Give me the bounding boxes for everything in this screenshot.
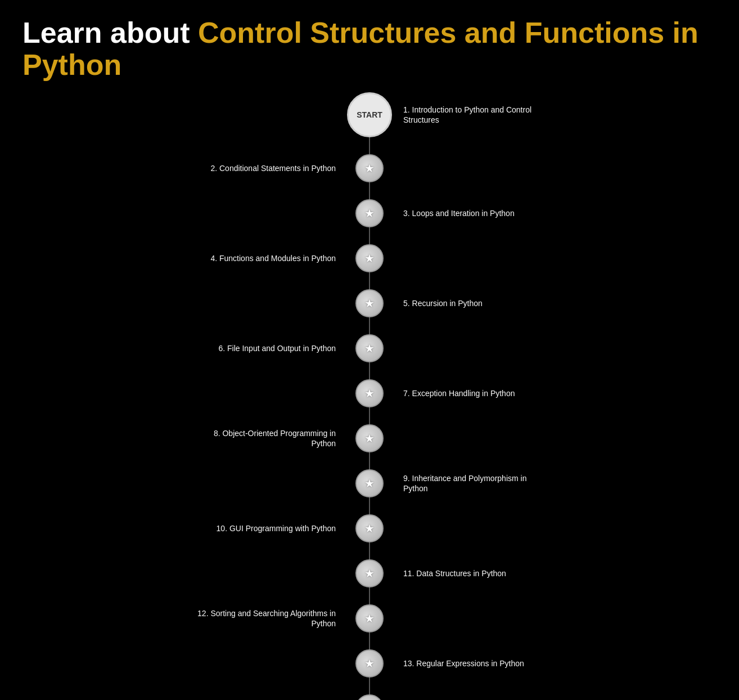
star-icon-5: ★ [364,297,375,310]
step-node-7[interactable]: ★ [355,379,384,407]
step-row-9: ★ 9. Inheritance and Polymorphism in Pyt… [0,469,739,497]
step-row-5: ★ 5. Recursion in Python [0,289,739,317]
star-icon-10: ★ [364,522,375,535]
connector-line-9 [369,452,370,469]
step-node-3[interactable]: ★ [355,199,384,227]
connector-9 [0,452,739,469]
connector-line-14 [369,677,370,694]
label-right-9: 9. Inheritance and Polymorphism in Pytho… [392,473,549,493]
label-right-7: 7. Exception Handling in Python [392,388,549,398]
connector-line-3 [369,182,370,199]
label-right-5: 5. Recursion in Python [392,298,549,308]
step-node-6[interactable]: ★ [355,334,384,362]
connector-14 [0,677,739,694]
step-node-9[interactable]: ★ [355,469,384,497]
star-icon-7: ★ [364,387,375,400]
connector-11 [0,542,739,559]
connector-line-2 [369,137,370,154]
label-left-4: 4. Functions and Modules in Python [190,253,347,263]
step-row-14: 14. Networking and Web Programming with … [0,694,739,700]
step-node-4[interactable]: ★ [355,244,384,272]
roadmap-container: START 1. Introduction to Python and Cont… [0,92,739,700]
connector-5 [0,272,739,289]
connector-8 [0,407,739,424]
connector-6 [0,317,739,334]
label-left-12: 12. Sorting and Searching Algorithms in … [190,608,347,629]
connector-4 [0,227,739,244]
star-icon-13: ★ [364,657,375,670]
step-node-13[interactable]: ★ [355,649,384,677]
header-prefix: Learn about [22,16,198,49]
step-node-10[interactable]: ★ [355,514,384,542]
step-node-14[interactable]: ★ [355,694,384,700]
label-left-10: 10. GUI Programming with Python [190,523,347,533]
label-left-8: 8. Object-Oriented Programming in Python [190,428,347,448]
step-row-2: 2. Conditional Statements in Python ★ [0,154,739,182]
step-row-11: ★ 11. Data Structures in Python [0,559,739,587]
connector-line-10 [369,497,370,514]
connector-line-6 [369,317,370,334]
connector-line-4 [369,227,370,244]
header: Learn about Control Structures and Funct… [0,0,739,92]
step-row-12: 12. Sorting and Searching Algorithms in … [0,604,739,632]
start-node[interactable]: START [347,92,392,137]
connector-10 [0,497,739,514]
connector-line-13 [369,632,370,649]
label-left-2: 2. Conditional Statements in Python [190,163,347,173]
star-icon-12: ★ [364,612,375,625]
connector-line-5 [369,272,370,289]
connector-line-11 [369,542,370,559]
step-node-5[interactable]: ★ [355,289,384,317]
step-row-13: ★ 13. Regular Expressions in Python [0,649,739,677]
label-right-3: 3. Loops and Iteration in Python [392,208,549,218]
connector-13 [0,632,739,649]
connector-line-12 [369,587,370,604]
step-node-2[interactable]: ★ [355,154,384,182]
start-row: START 1. Introduction to Python and Cont… [0,92,739,137]
star-icon-6: ★ [364,342,375,355]
step-row-10: 10. GUI Programming with Python ★ [0,514,739,542]
label-left-6: 6. File Input and Output in Python [190,343,347,353]
connector-line-8 [369,407,370,424]
label-right-11: 11. Data Structures in Python [392,568,549,578]
start-description: 1. Introduction to Python and Control St… [392,105,549,125]
star-icon-2: ★ [364,161,375,175]
step-node-12[interactable]: ★ [355,604,384,632]
step-row-8: 8. Object-Oriented Programming in Python… [0,424,739,452]
connector-2 [0,137,739,154]
connector-7 [0,362,739,379]
step-row-3: ★ 3. Loops and Iteration in Python [0,199,739,227]
star-icon-4: ★ [364,252,375,265]
connector-line-7 [369,362,370,379]
step-row-7: ★ 7. Exception Handling in Python [0,379,739,407]
star-icon-8: ★ [364,432,375,445]
connector-12 [0,587,739,604]
label-right-13: 13. Regular Expressions in Python [392,658,549,668]
star-icon-3: ★ [364,207,375,220]
step-row-6: 6. File Input and Output in Python ★ [0,334,739,362]
star-icon-11: ★ [364,567,375,580]
step-node-11[interactable]: ★ [355,559,384,587]
step-row-4: 4. Functions and Modules in Python ★ [0,244,739,272]
connector-3 [0,182,739,199]
step-node-8[interactable]: ★ [355,424,384,452]
star-icon-9: ★ [364,477,375,490]
